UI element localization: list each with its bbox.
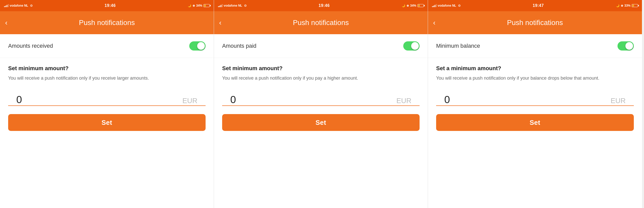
set-button[interactable]: Set — [436, 114, 634, 131]
screen-1: vodafone NL ⊙ 19:46 🌙 ⊕ 34% ‹ Push notif… — [0, 0, 214, 208]
screen-3: vodafone NL ⊙ 19:47 🌙 ⊕ 33% ‹ Push notif… — [428, 0, 642, 208]
battery-icon — [204, 4, 210, 7]
battery-icon — [418, 4, 424, 7]
wifi-icon: ⊙ — [458, 4, 461, 7]
location-icon: ⊕ — [193, 4, 195, 7]
nav-title: Push notifications — [293, 19, 349, 27]
toggle-label: Minimum balance — [436, 43, 480, 49]
battery-percentage: 34% — [196, 4, 202, 7]
signal-bar-1 — [218, 6, 219, 7]
signal-bars — [4, 4, 9, 7]
set-button[interactable]: Set — [8, 114, 206, 131]
info-description: You will receive a push notification onl… — [436, 75, 634, 82]
back-button[interactable]: ‹ — [433, 19, 435, 26]
status-bar: vodafone NL ⊙ 19:47 🌙 ⊕ 33% — [428, 0, 642, 11]
toggle-row: Amounts received — [0, 34, 214, 58]
nav-bar: ‹ Push notifications — [214, 11, 428, 34]
carrier-label: vodafone NL — [224, 4, 242, 7]
signal-bar-4 — [8, 4, 9, 7]
info-title: Set a minimum amount? — [436, 65, 634, 72]
toggle-label: Amounts received — [8, 43, 53, 49]
screen-2: vodafone NL ⊙ 19:46 🌙 ⊕ 34% ‹ Push notif… — [214, 0, 428, 208]
signal-bar-2 — [433, 6, 434, 7]
amount-input-row[interactable]: 0 EUR — [222, 92, 420, 106]
toggle-row: Minimum balance — [428, 34, 642, 58]
content-area: Amounts paid Set minimum amount? You wil… — [214, 34, 428, 208]
toggle-switch[interactable] — [403, 41, 420, 51]
signal-bar-4 — [222, 4, 223, 7]
status-bar: vodafone NL ⊙ 19:46 🌙 ⊕ 34% — [0, 0, 214, 11]
signal-bar-3 — [7, 5, 7, 7]
signal-bars — [218, 4, 223, 7]
location-icon: ⊕ — [621, 4, 623, 7]
amount-value[interactable]: 0 — [230, 94, 236, 105]
battery-percentage: 33% — [624, 4, 630, 7]
screens-container: vodafone NL ⊙ 19:46 🌙 ⊕ 34% ‹ Push notif… — [0, 0, 644, 208]
toggle-switch[interactable] — [189, 41, 206, 51]
battery-fill — [632, 5, 634, 7]
content-area: Minimum balance Set a minimum amount? Yo… — [428, 34, 642, 208]
info-description: You will receive a push notification onl… — [222, 75, 420, 82]
info-title: Set minimum amount? — [222, 65, 420, 72]
moon-icon: 🌙 — [616, 4, 620, 7]
amount-value[interactable]: 0 — [444, 94, 450, 105]
amount-input-row[interactable]: 0 EUR — [436, 92, 634, 106]
amount-value[interactable]: 0 — [16, 94, 22, 105]
status-right: 🌙 ⊕ 33% — [616, 4, 638, 7]
toggle-switch[interactable] — [618, 41, 634, 51]
wifi-icon: ⊙ — [244, 4, 247, 7]
carrier-label: vodafone NL — [438, 4, 456, 7]
toggle-thumb — [411, 42, 419, 50]
moon-icon: 🌙 — [402, 4, 405, 7]
status-bar: vodafone NL ⊙ 19:46 🌙 ⊕ 34% — [214, 0, 428, 11]
toggle-thumb — [197, 42, 205, 50]
toggle-label: Amounts paid — [222, 43, 257, 49]
toggle-row: Amounts paid — [214, 34, 428, 58]
nav-title: Push notifications — [507, 19, 563, 27]
signal-bar-3 — [435, 5, 435, 7]
battery-percentage: 34% — [410, 4, 416, 7]
nav-bar: ‹ Push notifications — [0, 11, 214, 34]
info-section: Set a minimum amount? You will receive a… — [428, 58, 642, 87]
status-right: 🌙 ⊕ 34% — [188, 4, 210, 7]
status-left: vodafone NL ⊙ — [4, 4, 33, 7]
signal-bar-3 — [221, 5, 221, 7]
amount-input-row[interactable]: 0 EUR — [8, 92, 206, 106]
battery-fill — [204, 5, 206, 7]
back-button[interactable]: ‹ — [219, 19, 221, 26]
info-description: You will receive a push notification onl… — [8, 75, 206, 82]
carrier-label: vodafone NL — [10, 4, 28, 7]
content-area: Amounts received Set minimum amount? You… — [0, 34, 214, 208]
nav-title: Push notifications — [79, 19, 135, 27]
currency-label: EUR — [396, 97, 411, 105]
signal-bar-4 — [436, 4, 437, 7]
signal-bar-1 — [432, 6, 433, 7]
set-button[interactable]: Set — [222, 114, 420, 131]
wifi-icon: ⊙ — [30, 4, 33, 7]
status-left: vodafone NL ⊙ — [432, 4, 461, 7]
status-time: 19:46 — [105, 3, 116, 8]
info-section: Set minimum amount? You will receive a p… — [214, 58, 428, 87]
battery-icon — [632, 4, 638, 7]
signal-bars — [432, 4, 437, 7]
status-left: vodafone NL ⊙ — [218, 4, 247, 7]
info-section: Set minimum amount? You will receive a p… — [0, 58, 214, 87]
status-time: 19:46 — [319, 3, 330, 8]
signal-bar-2 — [5, 6, 6, 7]
info-title: Set minimum amount? — [8, 65, 206, 72]
status-right: 🌙 ⊕ 34% — [402, 4, 424, 7]
signal-bar-1 — [4, 6, 5, 7]
location-icon: ⊕ — [407, 4, 409, 7]
currency-label: EUR — [611, 97, 626, 105]
toggle-thumb — [625, 42, 633, 50]
back-button[interactable]: ‹ — [5, 19, 7, 26]
status-time: 19:47 — [533, 3, 544, 8]
nav-bar: ‹ Push notifications — [428, 11, 642, 34]
battery-fill — [418, 5, 420, 7]
currency-label: EUR — [182, 97, 197, 105]
moon-icon: 🌙 — [188, 4, 191, 7]
signal-bar-2 — [219, 6, 220, 7]
